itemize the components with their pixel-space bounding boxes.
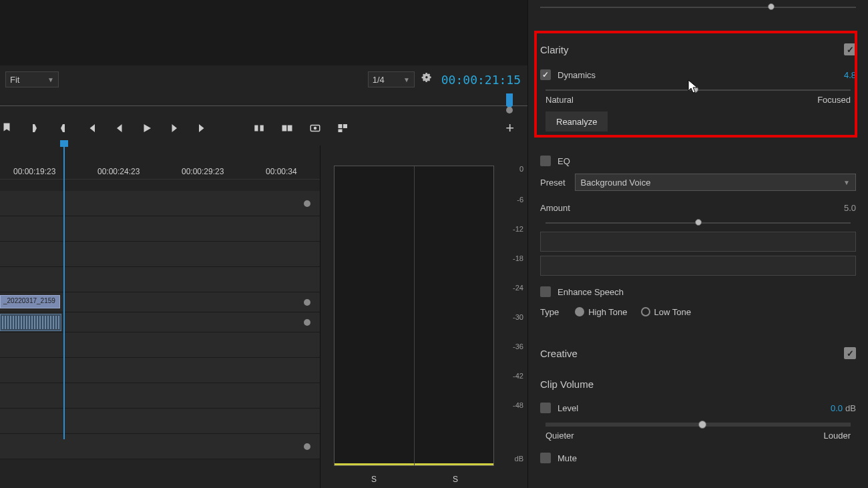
export-frame-icon[interactable] (308, 121, 322, 135)
low-tone-radio[interactable] (641, 307, 650, 316)
audio-track[interactable] (0, 312, 320, 332)
video-track[interactable]: _20220317_2159 (0, 292, 320, 312)
creative-enable-checkbox[interactable] (844, 347, 856, 359)
add-marker-icon[interactable] (0, 121, 13, 135)
timeline-time: 00:00:29:23 (182, 167, 224, 176)
amount-slider[interactable] (546, 221, 851, 225)
timeline-tracks: _20220317_2159 (0, 191, 320, 459)
low-tone-label: Low Tone (654, 307, 691, 317)
essential-sound-panel: Clarity Dynamics 4.8 Natural Focused Rea… (527, 0, 868, 488)
keyframe-handle[interactable] (304, 319, 310, 326)
eq-checkbox[interactable] (540, 156, 551, 166)
zoom-fit-dropdown[interactable]: Fit ▼ (5, 71, 59, 87)
top-slider[interactable] (540, 5, 856, 21)
comparison-view-icon[interactable] (337, 121, 350, 135)
preview-area (0, 0, 527, 65)
level-min-label: Quieter (546, 431, 574, 441)
solo-button[interactable]: S (453, 475, 458, 484)
audio-track[interactable] (0, 358, 320, 383)
audio-meter[interactable] (334, 166, 494, 466)
dynamics-label: Dynamics (558, 70, 596, 80)
go-to-out-icon[interactable] (196, 121, 210, 135)
meter-scale-value: -42 (513, 373, 523, 380)
audio-clip[interactable] (0, 314, 61, 331)
audio-track[interactable] (0, 409, 320, 434)
level-slider[interactable] (546, 421, 851, 428)
dynamics-slider[interactable] (546, 88, 851, 92)
preset-dropdown[interactable]: Background Voice ▼ (575, 174, 856, 191)
insert-icon[interactable] (252, 121, 266, 135)
slider-thumb[interactable] (692, 86, 698, 93)
video-track[interactable] (0, 267, 320, 292)
preview-ruler[interactable] (0, 93, 527, 111)
keyframe-handle[interactable] (304, 200, 310, 207)
meter-scale-value: -30 (513, 314, 523, 321)
step-back-icon[interactable] (112, 121, 126, 135)
chevron-down-icon: ▼ (47, 76, 54, 83)
type-label: Type (540, 307, 559, 317)
level-value[interactable]: 0.0 (831, 403, 843, 413)
solo-button[interactable]: S (371, 475, 377, 484)
mark-in-icon[interactable] (28, 121, 41, 135)
meter-scale-value: -48 (513, 402, 523, 409)
timecode[interactable]: 00:00:21:15 (441, 73, 521, 87)
mute-checkbox[interactable] (540, 453, 551, 463)
eq-display-box[interactable] (540, 232, 856, 252)
level-max-label: Louder (824, 431, 851, 441)
resolution-dropdown[interactable]: 1/4 ▼ (368, 71, 415, 87)
slider-thumb[interactable] (768, 3, 775, 10)
level-label: Level (558, 403, 578, 413)
video-track[interactable] (0, 242, 320, 267)
add-button-icon[interactable]: + (505, 119, 514, 137)
mute-label: Mute (558, 453, 577, 463)
overwrite-icon[interactable] (280, 121, 294, 135)
meter-scale-value: -12 (513, 226, 523, 233)
clarity-title: Clarity (540, 44, 569, 55)
meter-scale-value: -6 (517, 196, 523, 204)
dynamics-checkbox[interactable] (540, 69, 551, 80)
enhance-speech-checkbox[interactable] (540, 286, 551, 297)
ruler-end-handle[interactable] (506, 107, 513, 113)
mark-out-icon[interactable] (56, 121, 69, 135)
playhead-marker[interactable] (506, 93, 513, 105)
svg-point-5 (314, 127, 317, 130)
video-clip[interactable]: _20220317_2159 (0, 295, 60, 308)
level-checkbox[interactable] (540, 403, 551, 413)
timeline-time: 00:00:34 (266, 167, 297, 176)
go-to-in-icon[interactable] (84, 121, 97, 135)
clip-volume-title: Clip Volume (540, 379, 594, 390)
audio-track[interactable] (0, 383, 320, 409)
audio-track[interactable] (0, 332, 320, 358)
chevron-down-icon: ▼ (843, 179, 850, 186)
step-forward-icon[interactable] (168, 121, 182, 135)
meter-scale-value: 0 (519, 166, 523, 173)
keyframe-handle[interactable] (304, 299, 310, 306)
slider-thumb[interactable] (698, 421, 706, 429)
audio-track[interactable] (0, 434, 320, 459)
svg-rect-0 (254, 126, 258, 132)
slider-thumb[interactable] (695, 219, 702, 226)
preset-value: Background Voice (581, 178, 651, 188)
amount-value[interactable]: 5.0 (844, 203, 856, 213)
preview-controls: Fit ▼ 1/4 ▼ 00:00:21:15 (0, 65, 527, 93)
video-track[interactable] (0, 216, 320, 242)
eq-display-box[interactable] (540, 256, 856, 276)
reanalyze-button[interactable]: Reanalyze (546, 111, 608, 132)
video-track[interactable] (0, 191, 320, 216)
svg-rect-3 (288, 126, 292, 132)
high-tone-radio[interactable] (575, 307, 584, 316)
meter-scale-value: -18 (513, 255, 523, 262)
dynamics-min-label: Natural (546, 95, 574, 105)
creative-title: Creative (540, 348, 578, 359)
enhance-speech-label: Enhance Speech (558, 287, 624, 297)
high-tone-label: High Tone (588, 307, 627, 317)
svg-rect-8 (339, 130, 343, 133)
play-icon[interactable] (140, 121, 154, 135)
svg-rect-1 (260, 126, 264, 132)
timeline-ruler[interactable]: 00:00:19:23 00:00:24:23 00:00:29:23 00:0… (0, 146, 320, 179)
keyframe-handle[interactable] (304, 443, 310, 450)
timeline-playhead[interactable] (63, 146, 65, 439)
dynamics-value[interactable]: 4.8 (844, 70, 856, 80)
clarity-enable-checkbox[interactable] (844, 43, 856, 55)
settings-wrench-icon[interactable] (421, 73, 433, 87)
